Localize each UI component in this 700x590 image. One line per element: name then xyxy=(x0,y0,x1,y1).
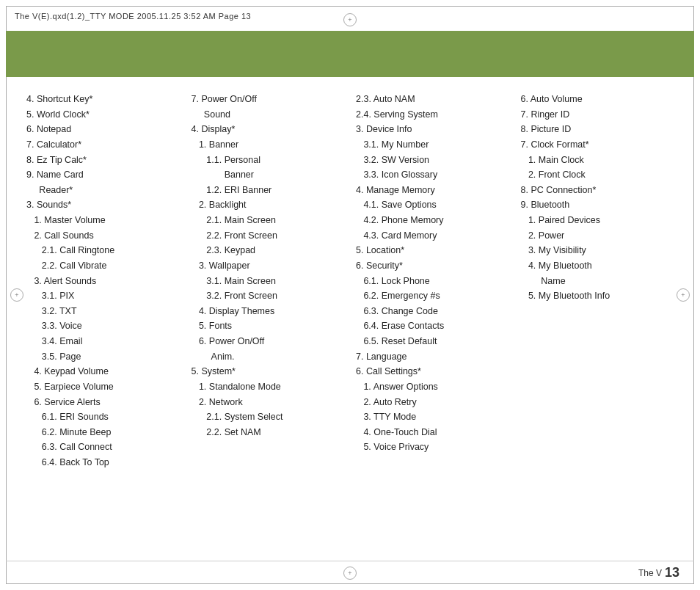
main-content: 4. Shortcut Key*5. World Clock*6. Notepa… xyxy=(6,84,694,561)
list-item: 1. Paired Devices xyxy=(521,213,674,228)
list-item: 4.1. Save Options xyxy=(356,197,509,213)
list-item: 6.4. Back To Top xyxy=(26,455,180,470)
list-item: 3. Wallpaper xyxy=(192,258,345,274)
list-item: Banner xyxy=(192,167,345,183)
list-item: 2. Front Clock xyxy=(521,167,674,183)
list-item: 2.4. Serving System xyxy=(356,107,509,123)
list-item: 1.1. Personal xyxy=(192,153,345,168)
list-item: 3.1. My Number xyxy=(356,137,509,153)
list-item: 4. Manage Memory xyxy=(356,183,509,198)
list-item: 6.2. Minute Beep xyxy=(26,425,180,440)
list-item: 2.1. Main Screen xyxy=(192,213,345,228)
list-item: Anim. xyxy=(192,349,345,365)
list-item: 2.1. System Select xyxy=(192,409,345,425)
list-item: 3.1. Main Screen xyxy=(192,274,345,289)
list-item: 1. Standalone Mode xyxy=(192,379,345,395)
list-item: 3.5. Page xyxy=(26,349,180,365)
list-item: Reader* xyxy=(26,183,180,198)
list-item: 6.1. Lock Phone xyxy=(356,274,509,289)
footer-page-number: 13 xyxy=(665,565,679,580)
list-item: 2. Power xyxy=(521,228,674,244)
list-item: 2.2. Front Screen xyxy=(192,228,345,244)
list-item: 4. Display* xyxy=(192,122,345,137)
list-item: 6. Auto Volume xyxy=(521,92,674,107)
list-item: 3. My Visibility xyxy=(521,243,674,258)
list-item: 3.1. PIX xyxy=(26,288,180,304)
color-line xyxy=(6,75,694,77)
list-item: 9. Name Card xyxy=(26,167,180,183)
list-item: 5. Earpiece Volume xyxy=(26,379,180,395)
list-item: 4.2. Phone Memory xyxy=(356,213,509,228)
list-item: 5. My Bluetooth Info xyxy=(521,288,674,304)
list-item: 5. World Clock* xyxy=(26,107,180,123)
list-item: 1. Master Volume xyxy=(26,213,180,228)
list-item: 4. Shortcut Key* xyxy=(26,92,180,107)
list-item: 2.3. Auto NAM xyxy=(356,92,509,107)
header-title: The V(E).qxd(1.2)_TTY MODE 2005.11.25 3:… xyxy=(15,12,251,21)
list-item: 6. Call Settings* xyxy=(356,364,509,379)
list-item: 2. Network xyxy=(192,395,345,410)
column-3: 2.3. Auto NAM2.4. Serving System3. Devic… xyxy=(350,92,515,553)
list-item: 7. Power On/Off xyxy=(192,92,345,107)
column-4: 6. Auto Volume7. Ringer ID8. Picture ID7… xyxy=(515,92,680,553)
list-item: 6. Notepad xyxy=(26,122,180,137)
list-item: 3.3. Icon Glossary xyxy=(356,167,509,183)
list-item: 6.3. Call Connect xyxy=(26,440,180,455)
list-item: 4. Display Themes xyxy=(192,304,345,319)
list-item: 5. Location* xyxy=(356,243,509,258)
list-item: 3.3. Voice xyxy=(26,318,180,334)
list-item: 2. Call Sounds xyxy=(26,228,180,244)
list-item: 3.2. SW Version xyxy=(356,153,509,168)
list-item: 6.3. Change Code xyxy=(356,304,509,319)
list-item: 2.2. Set NAM xyxy=(192,425,345,440)
list-item: 7. Clock Format* xyxy=(521,137,674,153)
list-item: 2.2. Call Vibrate xyxy=(26,258,180,274)
list-item: 4.3. Card Memory xyxy=(356,228,509,244)
list-item: 8. Ez Tip Calc* xyxy=(26,153,180,168)
list-item: 6.5. Reset Default xyxy=(356,334,509,349)
list-item: 7. Calculator* xyxy=(26,137,180,153)
reg-mark-top: + xyxy=(343,13,357,26)
list-item: 1.2. ERI Banner xyxy=(192,183,345,198)
column-2: 7. Power On/Off Sound4. Display* 1. Bann… xyxy=(186,92,351,553)
list-item: 6.1. ERI Sounds xyxy=(26,409,180,425)
list-item: 5. Voice Privacy xyxy=(356,440,509,455)
list-item: 6. Power On/Off xyxy=(192,334,345,349)
list-item: 6.2. Emergency #s xyxy=(356,288,509,304)
list-item: 3. Alert Sounds xyxy=(26,274,180,289)
list-item: Sound xyxy=(192,107,345,123)
column-1: 4. Shortcut Key*5. World Clock*6. Notepa… xyxy=(21,92,186,553)
list-item: 3. Sounds* xyxy=(26,197,180,213)
list-item: 8. PC Connection* xyxy=(521,183,674,198)
list-item: 3.2. Front Screen xyxy=(192,288,345,304)
list-item: 2.1. Call Ringtone xyxy=(26,243,180,258)
footer-label: The V xyxy=(638,568,662,578)
list-item: 3. Device Info xyxy=(356,122,509,137)
list-item: 6. Security* xyxy=(356,258,509,274)
list-item: 6.4. Erase Contacts xyxy=(356,318,509,334)
green-band xyxy=(6,31,694,75)
list-item: Name xyxy=(521,274,674,289)
list-item: 5. System* xyxy=(192,364,345,379)
list-item: 9. Bluetooth xyxy=(521,197,674,213)
list-item: 4. Keypad Volume xyxy=(26,364,180,379)
reg-mark-bottom: + xyxy=(343,567,357,580)
list-item: 2. Auto Retry xyxy=(356,395,509,410)
list-item: 7. Ringer ID xyxy=(521,107,674,123)
list-item: 4. One-Touch Dial xyxy=(356,425,509,440)
list-item: 5. Fonts xyxy=(192,318,345,334)
list-item: 4. My Bluetooth xyxy=(521,258,674,274)
list-item: 1. Banner xyxy=(192,137,345,153)
list-item: 8. Picture ID xyxy=(521,122,674,137)
list-item: 3.4. Email xyxy=(26,334,180,349)
list-item: 2.3. Keypad xyxy=(192,243,345,258)
list-item: 1. Main Clock xyxy=(521,153,674,168)
list-item: 2. Backlight xyxy=(192,197,345,213)
list-item: 3. TTY Mode xyxy=(356,409,509,425)
list-item: 1. Answer Options xyxy=(356,379,509,395)
list-item: 7. Language xyxy=(356,349,509,365)
list-item: 6. Service Alerts xyxy=(26,395,180,410)
list-item: 3.2. TXT xyxy=(26,304,180,319)
